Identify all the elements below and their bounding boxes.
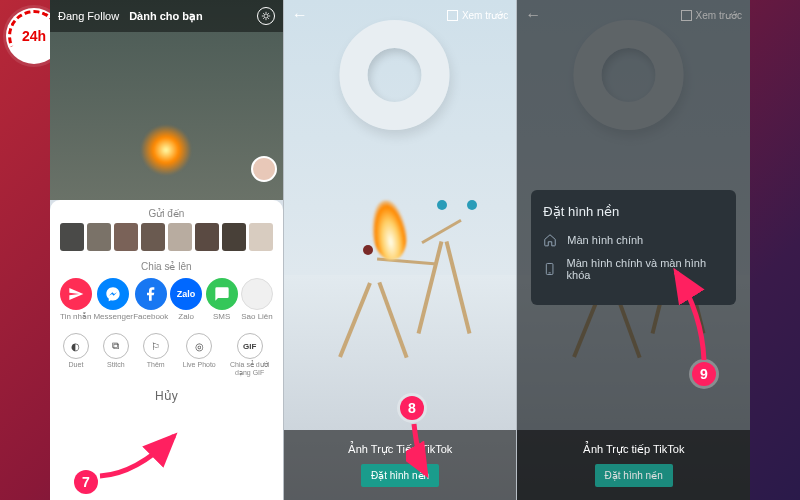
phone-2: ← Xem trước Ảnh Trực Tiếp TikTok Đặt hìn… [283, 0, 517, 500]
cancel-button[interactable]: Hủy [56, 389, 277, 403]
preview-checkbox-dim: Xem trước [681, 10, 742, 21]
popup-title: Đặt hình nền [543, 204, 724, 219]
avatar[interactable] [251, 156, 277, 182]
spark-glow [136, 120, 196, 180]
preview-topbar-dim: ← Xem trước [517, 0, 750, 30]
home-icon [543, 233, 557, 247]
contact-8[interactable] [249, 223, 273, 251]
back-button[interactable]: ← [292, 6, 308, 24]
arrow-7 [96, 424, 186, 484]
set-wallpaper-bar: Ảnh Trực Tiếp TikTok Đặt hình nền [284, 430, 517, 500]
share-target-row: Tin nhắn Messenger Facebook Zalo Zalo SM… [56, 278, 277, 321]
preview-topbar: ← Xem trước [284, 0, 517, 30]
action-stitch[interactable]: ⧉ Stitch [103, 333, 129, 377]
wallpaper-preview [284, 0, 517, 500]
action-add[interactable]: ⚐ Thêm [143, 333, 169, 377]
action-livephoto[interactable]: ◎ Live Photo [183, 333, 216, 377]
arrow-9 [664, 264, 724, 364]
share-messenger[interactable]: Messenger [93, 278, 133, 321]
duet-icon: ◐ [63, 333, 89, 359]
contact-2[interactable] [87, 223, 111, 251]
logo-text: 24h [22, 28, 46, 44]
phone-3: ← Xem trước Ảnh Trực tiếp TikTok Đặt hìn… [516, 0, 750, 500]
gif-icon: GIF [237, 333, 263, 359]
share-more[interactable]: Sao Liên [239, 278, 274, 321]
share-zalo[interactable]: Zalo Zalo [168, 278, 203, 321]
back-button[interactable]: ← [525, 6, 541, 24]
flame [368, 198, 410, 262]
contact-6[interactable] [195, 223, 219, 251]
step-7-badge: 7 [74, 470, 98, 494]
set-wallpaper-button[interactable]: Đặt hình nền [595, 464, 673, 487]
livephoto-icon: ◎ [186, 333, 212, 359]
step-9-badge: 9 [692, 362, 716, 386]
contact-swatches [56, 223, 277, 251]
set-wallpaper-bar-dim: Ảnh Trực tiếp TikTok Đặt hình nền [517, 430, 750, 500]
action-row: ◐ Duet ⧉ Stitch ⚐ Thêm ◎ Live Photo GIF [56, 333, 277, 377]
arrow-8 [406, 420, 456, 480]
share-to-label: Chia sẻ lên [56, 261, 277, 272]
contact-4[interactable] [141, 223, 165, 251]
preview-checkbox[interactable]: Xem trước [447, 10, 508, 21]
contact-1[interactable] [60, 223, 84, 251]
tab-foryou[interactable]: Dành cho bạn [129, 10, 203, 23]
contact-7[interactable] [222, 223, 246, 251]
send-to-label: Gửi đến [56, 208, 277, 219]
checkbox-icon [447, 10, 458, 21]
covid-icon[interactable] [257, 7, 275, 25]
share-facebook[interactable]: Facebook [133, 278, 168, 321]
svg-point-0 [264, 14, 268, 18]
caption: Ảnh Trực tiếp TikTok [583, 443, 684, 456]
stitch-icon: ⧉ [103, 333, 129, 359]
contact-5[interactable] [168, 223, 192, 251]
step-8-badge: 8 [400, 396, 424, 420]
action-gif[interactable]: GIF Chia sẻ dưới dạng GIF [230, 333, 270, 377]
phone-icon [543, 262, 556, 276]
tab-following[interactable]: Đang Follow [58, 10, 119, 23]
checkbox-icon [681, 10, 692, 21]
contact-3[interactable] [114, 223, 138, 251]
option-home[interactable]: Màn hình chính [543, 233, 724, 247]
bookmark-icon: ⚐ [143, 333, 169, 359]
feed-top-bar: Đang Follow Dành cho bạn [50, 0, 283, 32]
share-tinnhan[interactable]: Tin nhắn [58, 278, 93, 321]
share-sms[interactable]: SMS [204, 278, 239, 321]
action-duet[interactable]: ◐ Duet [63, 333, 89, 377]
